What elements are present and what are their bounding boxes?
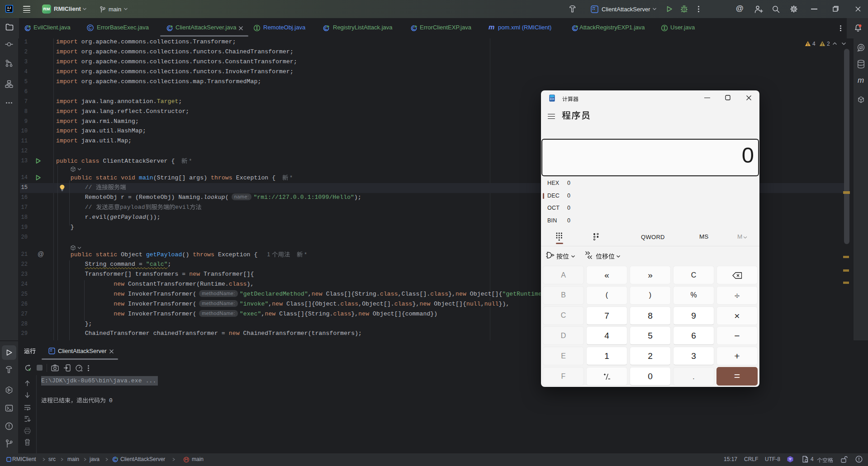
svg-text:IJ: IJ [7,6,11,10]
